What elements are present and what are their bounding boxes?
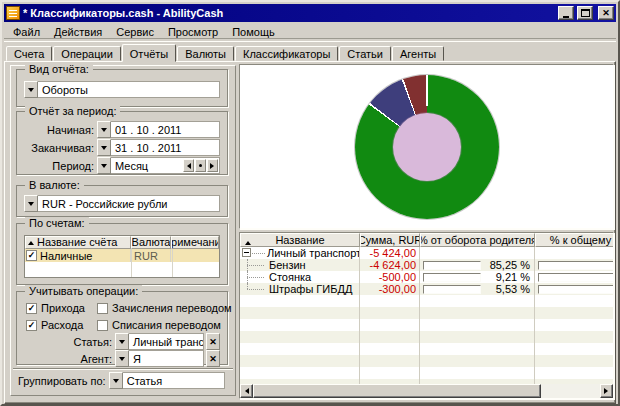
start-date-dropdown-button[interactable]	[97, 121, 111, 138]
table-row-empty	[240, 307, 613, 319]
parent-percent-value: 5,53 %	[496, 283, 530, 295]
menu-item-4[interactable]: Помощь	[225, 24, 282, 40]
col-total-pct-header[interactable]: % к общему	[535, 233, 614, 247]
currency-label: В валюте:	[25, 179, 84, 192]
table-row-empty	[240, 367, 613, 379]
operations-label: Учитывать операции:	[25, 285, 142, 298]
accounts-table-header: Название счёта Валюта Примечание	[25, 236, 219, 249]
operations-checkbox-0[interactable]: ✓Прихода	[26, 302, 85, 314]
scroll-left-button[interactable]	[240, 384, 253, 398]
account-checkbox[interactable]: ✓	[26, 250, 37, 261]
total-percent-bar	[538, 285, 613, 294]
tab-0[interactable]: Счета	[6, 46, 52, 61]
sort-ascending-icon	[245, 238, 251, 245]
start-date-label: Начиная:	[24, 124, 94, 136]
col-sum-header[interactable]: Сумма, RUR	[360, 233, 420, 247]
tab-2[interactable]: Отчёты	[122, 44, 176, 62]
row-name: Личный транспорт	[267, 247, 360, 259]
operations-checkbox-2[interactable]: ✓Расхода	[26, 319, 83, 331]
checkbox-icon	[97, 320, 108, 331]
accounts-col-name[interactable]: Название счёта	[25, 236, 131, 249]
collapse-icon[interactable]	[242, 248, 251, 257]
step-label: Период:	[24, 160, 94, 172]
dot-icon	[199, 164, 202, 167]
article-label: Статья:	[24, 336, 112, 348]
agent-value[interactable]: Я	[129, 350, 204, 367]
grouping-dropdown-button[interactable]	[109, 372, 123, 389]
report-type-dropdown-button[interactable]	[24, 81, 38, 98]
maximize-icon	[581, 9, 590, 17]
currency-value[interactable]: RUR - Российские рубли	[38, 195, 220, 212]
accounts-label: По счетам:	[25, 217, 89, 230]
arrow-left-icon	[242, 388, 249, 394]
checkbox-icon	[97, 303, 108, 314]
checkbox-label: Списания переводом	[112, 319, 221, 331]
grouping-value[interactable]: Статья	[123, 372, 225, 389]
minimize-button[interactable]	[558, 6, 574, 20]
prev-period-button[interactable]	[183, 159, 194, 172]
step-value: Месяц	[115, 160, 148, 172]
total-percent-bar	[538, 273, 613, 282]
report-type-group: Вид отчёта: Обороты	[16, 69, 228, 107]
checkbox-icon: ✓	[26, 320, 37, 331]
article-dropdown-button[interactable]	[115, 333, 129, 350]
account-row[interactable]: ✓ Наличные RUR	[25, 249, 219, 262]
article-value[interactable]: Личный транспорт	[129, 333, 204, 350]
tab-3[interactable]: Валюты	[177, 46, 234, 61]
title-bar: * Классификаторы.cash - AbilityCash ✕	[4, 4, 616, 22]
tab-1[interactable]: Операции	[53, 46, 120, 61]
table-row[interactable]: Штрафы ГИБДД-300,005,53 %	[240, 283, 613, 295]
close-button[interactable]: ✕	[598, 6, 614, 20]
row-name: Штрафы ГИБДД	[269, 283, 352, 295]
current-period-button[interactable]	[195, 159, 206, 172]
checkbox-label: Прихода	[41, 302, 85, 314]
chevron-down-icon	[28, 88, 34, 95]
checkbox-label: Расхода	[41, 319, 83, 331]
report-settings-panel: Вид отчёта: Обороты Отчёт за период: Нач…	[10, 65, 236, 396]
end-date-label: Заканчивая:	[24, 142, 94, 154]
table-row-empty	[240, 343, 613, 355]
end-date-field[interactable]: 31 . 10 . 2011	[111, 139, 220, 156]
table-row-empty	[240, 319, 613, 331]
tab-4[interactable]: Классификаторы	[235, 46, 338, 61]
operations-checkbox-1[interactable]: Зачисления переводом	[97, 302, 232, 314]
maximize-button[interactable]	[577, 6, 593, 20]
step-field[interactable]: Месяц	[111, 157, 220, 174]
table-row[interactable]: Личный транспорт-5 424,00	[240, 247, 613, 259]
menu-item-0[interactable]: Файл	[6, 24, 47, 40]
clear-agent-button[interactable]: ✕	[206, 350, 220, 367]
tab-5[interactable]: Статьи	[339, 46, 391, 61]
accounts-col-currency[interactable]: Валюта	[131, 236, 171, 249]
period-group: Отчёт за период: Начиная: 01 . 10 . 2011…	[16, 111, 228, 175]
parent-percent-value: 85,25 %	[490, 259, 530, 271]
row-sum: -4 624,00	[360, 259, 420, 271]
menu-item-2[interactable]: Сервис	[109, 24, 161, 40]
menu-item-3[interactable]: Просмотр	[161, 24, 225, 40]
report-type-value[interactable]: Обороты	[38, 81, 220, 98]
window-title: * Классификаторы.cash - AbilityCash	[23, 7, 555, 19]
tab-6[interactable]: Агенты	[392, 46, 444, 61]
col-name-header[interactable]: Название	[240, 233, 360, 247]
menu-item-1[interactable]: Действия	[47, 24, 109, 40]
report-table: Название Сумма, RUR % от оборота родител…	[239, 232, 614, 399]
end-date-dropdown-button[interactable]	[97, 139, 111, 156]
report-type-label: Вид отчёта:	[25, 63, 93, 76]
agent-dropdown-button[interactable]	[115, 350, 129, 367]
parent-percent-bar	[423, 273, 481, 282]
table-row[interactable]: Стоянка-500,009,21 %	[240, 271, 613, 283]
col-parent-pct-header[interactable]: % от оборота родителя	[420, 233, 535, 247]
horizontal-scrollbar[interactable]	[240, 384, 613, 398]
currency-dropdown-button[interactable]	[24, 195, 38, 212]
row-sum: -500,00	[360, 271, 420, 283]
operations-checkbox-3[interactable]: Списания переводом	[97, 319, 221, 331]
scrollbar-thumb[interactable]	[253, 384, 541, 398]
accounts-col-note[interactable]: Примечание	[171, 236, 219, 249]
clear-article-button[interactable]: ✕	[206, 333, 220, 350]
next-period-button[interactable]	[207, 159, 218, 172]
start-date-field[interactable]: 01 . 10 . 2011	[111, 121, 220, 138]
scrollbar-track[interactable]	[541, 384, 600, 398]
table-row-empty	[240, 355, 613, 367]
scroll-right-button[interactable]	[600, 384, 613, 398]
table-row[interactable]: Бензин-4 624,0085,25 %	[240, 259, 613, 271]
step-dropdown-button[interactable]	[97, 157, 111, 174]
